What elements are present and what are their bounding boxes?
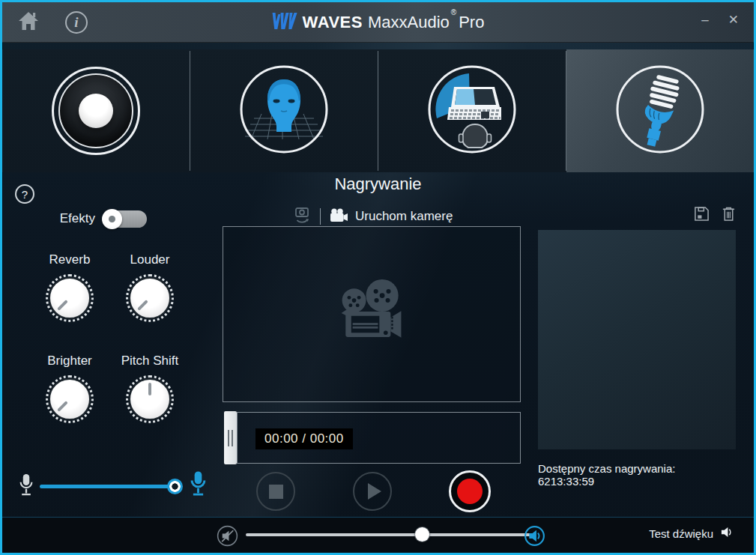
camera-controls: Uruchom kamerę [293,205,453,228]
knob-label-reverb: Reverb [25,252,115,267]
play-button[interactable] [353,472,392,511]
recording-preview-panel [538,230,736,449]
knob-label-louder: Louder [105,252,195,267]
mute-button[interactable] [217,525,238,550]
effects-toggle[interactable] [103,210,147,228]
minimize-button[interactable]: – [701,13,708,26]
volume-slider-handle[interactable] [415,527,429,542]
registered-mark: ® [451,8,456,16]
app-logo: WAVES MaxxAudio ® Pro [2,2,754,43]
test-sound-button[interactable]: Test dźwięku [649,526,734,541]
home-button[interactable] [17,10,40,35]
home-icon [17,10,40,35]
mic-slider-track[interactable] [40,485,181,488]
video-camera-icon [328,208,348,225]
louder-knob[interactable] [129,277,171,319]
launch-camera-button[interactable]: Uruchom kamerę [328,208,453,225]
title-bar: i WAVES MaxxAudio ® Pro – ✕ [2,2,754,43]
stop-button[interactable] [256,472,295,511]
page-title: Nagrywanie [2,175,754,194]
time-display: 00:00 / 00:00 [255,428,353,449]
brighter-knob[interactable] [49,378,91,420]
record-icon [457,479,483,504]
info-button[interactable]: i [65,11,88,34]
available-time-block: Dostępny czas nagrywania: 6213:33:59 [538,462,675,488]
help-button[interactable]: ? [15,184,34,204]
tab-voice-pickup[interactable] [378,49,566,172]
waves-logo-icon [272,10,297,35]
delete-button[interactable] [722,206,736,225]
knob-pointer [122,270,178,326]
device-tabs [2,49,754,172]
trash-icon [722,206,736,225]
brand-name: WAVES [303,13,363,32]
play-icon [368,483,381,500]
speaker-blue-icon [524,525,545,550]
stop-icon [269,485,283,499]
mute-icon [217,525,238,550]
knob-pointer [42,371,97,427]
reverb-knob[interactable] [49,277,91,319]
spatial-head-icon [239,64,329,157]
test-sound-speaker-icon [720,526,734,541]
effects-row: Efekty [2,209,175,230]
switch-camera-icon [293,205,312,228]
tab-spatial-audio[interactable] [190,49,378,172]
record-button[interactable] [449,470,491,512]
knob-label-brighter: Brighter [25,354,115,369]
volume-slider-track[interactable] [246,533,534,536]
bottom-bar: Test dźwięku [2,517,754,553]
edition-name: Pro [459,13,484,32]
knob-pointer [42,270,97,326]
app-window: i WAVES MaxxAudio ® Pro – ✕ [0,0,756,555]
separator [320,208,321,225]
mic-high-icon [188,470,208,503]
video-preview [223,226,521,402]
mic-level-row [17,470,212,503]
timeline-scrub-handle[interactable] [224,411,237,464]
effects-label: Efekty [60,211,95,226]
pitch-shift-knob[interactable] [129,378,171,420]
tab-speakers[interactable] [2,49,190,172]
timeline-track[interactable]: 00:00 / 00:00 [237,412,521,464]
speaker-output-button[interactable] [524,525,545,550]
microphone-icon [615,64,705,157]
save-button[interactable] [694,206,710,225]
launch-camera-label: Uruchom kamerę [355,209,453,224]
laptop-user-icon [427,64,517,157]
info-icon: i [65,11,88,34]
toggle-knob [102,209,122,229]
test-sound-label: Test dźwięku [649,527,713,540]
knob-pointer [130,380,169,419]
product-name: MaxxAudio [368,13,450,32]
help-icon: ? [22,188,28,201]
switch-camera-button[interactable] [293,205,312,228]
speaker-icon [52,67,140,155]
knob-label-pitch-shift: Pitch Shift [105,354,195,369]
available-time-value: 6213:33:59 [538,475,675,488]
save-icon [694,206,710,225]
movie-camera-icon [326,276,417,353]
available-time-label: Dostępny czas nagrywania: [538,462,675,475]
tab-microphone[interactable] [566,49,754,172]
mic-slider-handle[interactable] [167,479,183,494]
close-button[interactable]: ✕ [728,13,739,26]
mic-low-icon [17,473,35,503]
